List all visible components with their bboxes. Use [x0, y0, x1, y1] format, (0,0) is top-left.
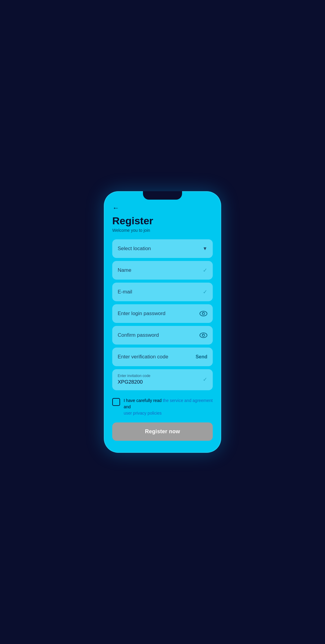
- verification-placeholder: Enter verification code: [118, 354, 196, 360]
- screen-content: Register Welcome you to join Select loca…: [104, 191, 221, 452]
- email-placeholder: E-mail: [118, 289, 203, 295]
- dropdown-arrow-icon: ▼: [203, 246, 207, 251]
- agreement-text: I have carefully read the service and ag…: [124, 397, 213, 416]
- invitation-value: XPG28200: [118, 379, 203, 385]
- form-fields: Select location ▼ Name ✓ E-mail ✓ Enter …: [112, 239, 213, 390]
- phone-notch: [143, 191, 182, 200]
- email-field[interactable]: E-mail ✓: [112, 283, 213, 301]
- verification-field[interactable]: Enter verification code Send: [112, 348, 213, 366]
- invitation-inner: Enter invitation code XPG28200: [118, 374, 203, 385]
- back-arrow-icon: ←: [113, 204, 119, 212]
- svg-point-0: [200, 311, 207, 316]
- svg-point-2: [203, 313, 203, 313]
- service-agreement-link[interactable]: the service and agreement: [163, 398, 213, 403]
- location-dropdown[interactable]: Select location ▼: [112, 239, 213, 258]
- phone-frame: ← Register Welcome you to join Select lo…: [104, 191, 221, 452]
- agreement-middle: and: [124, 404, 131, 409]
- agreement-prefix: I have carefully read: [124, 398, 163, 403]
- privacy-policy-link[interactable]: user privacy policies: [124, 411, 162, 416]
- send-code-button[interactable]: Send: [196, 354, 207, 360]
- confirm-password-placeholder: Confirm password: [118, 332, 200, 338]
- confirm-password-eye-icon[interactable]: [200, 333, 207, 338]
- name-field[interactable]: Name ✓: [112, 261, 213, 280]
- agreement-row: I have carefully read the service and ag…: [112, 397, 213, 416]
- name-placeholder: Name: [118, 267, 203, 273]
- page-subtitle: Welcome you to join: [112, 228, 213, 233]
- password-field[interactable]: Enter login password: [112, 304, 213, 323]
- password-eye-icon[interactable]: [200, 311, 207, 316]
- back-button[interactable]: ←: [110, 203, 121, 213]
- svg-point-5: [203, 334, 203, 335]
- password-placeholder: Enter login password: [118, 311, 200, 317]
- register-now-button[interactable]: Register now: [112, 422, 213, 441]
- page-header: Register Welcome you to join: [112, 215, 213, 232]
- page-title: Register: [112, 215, 213, 226]
- svg-point-3: [200, 333, 207, 338]
- agreement-checkbox[interactable]: [112, 398, 120, 406]
- invitation-label: Enter invitation code: [118, 374, 203, 378]
- email-check-icon: ✓: [203, 289, 207, 295]
- svg-point-4: [202, 334, 205, 336]
- name-check-icon: ✓: [203, 267, 207, 274]
- confirm-password-field[interactable]: Confirm password: [112, 326, 213, 345]
- location-placeholder: Select location: [118, 246, 203, 252]
- invitation-field[interactable]: Enter invitation code XPG28200 ✓: [112, 369, 213, 390]
- svg-point-1: [202, 312, 205, 315]
- invitation-check-icon: ✓: [203, 376, 207, 383]
